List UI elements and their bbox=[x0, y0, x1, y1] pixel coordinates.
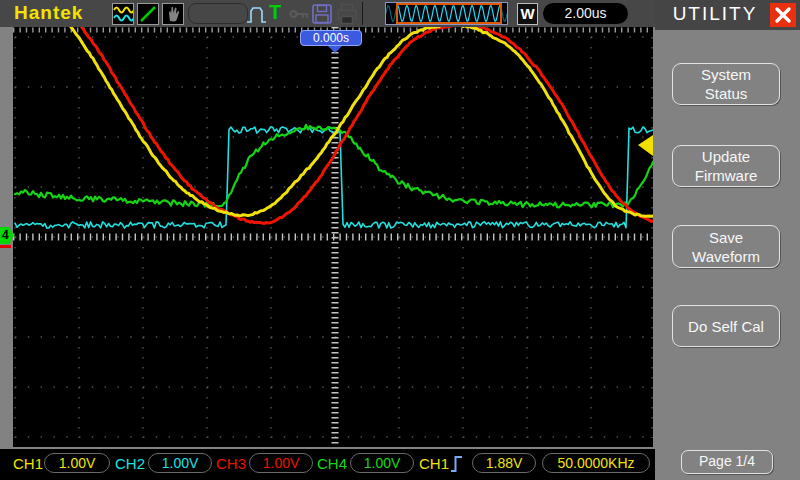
rising-edge-icon bbox=[450, 454, 463, 478]
slope-icon[interactable] bbox=[137, 3, 159, 25]
ch2-scale-readout[interactable]: 1.00V bbox=[148, 453, 212, 473]
trigger-position-badge[interactable]: 0.000s bbox=[300, 30, 362, 46]
hand-icon[interactable] bbox=[162, 3, 184, 25]
oscilloscope-screen: Hantek T bbox=[0, 0, 800, 480]
trigger-position-pointer-icon[interactable] bbox=[328, 46, 342, 53]
channels-icon[interactable] bbox=[112, 3, 134, 25]
update-firmware-button[interactable]: Update Firmware bbox=[672, 145, 780, 187]
channel4-marker[interactable]: 4 bbox=[0, 227, 14, 244]
trigger-t-icon: T bbox=[269, 1, 281, 24]
top-toolbar: Hantek T bbox=[0, 0, 655, 27]
ch4-label[interactable]: CH4 bbox=[317, 455, 347, 472]
menu-title: UTILITY bbox=[663, 3, 767, 25]
do-self-cal-button[interactable]: Do Self Cal bbox=[672, 305, 780, 347]
scope-area: 0.000s 4 bbox=[0, 27, 655, 449]
page-indicator-button[interactable]: Page 1/4 bbox=[681, 450, 773, 474]
close-button[interactable] bbox=[770, 3, 796, 27]
preview-window-icon[interactable] bbox=[396, 3, 502, 24]
ch2-label[interactable]: CH2 bbox=[115, 455, 145, 472]
waveform-display bbox=[13, 27, 653, 447]
trigger-source-label: CH1 bbox=[419, 455, 449, 472]
close-icon bbox=[770, 3, 796, 27]
waveform-svg bbox=[13, 27, 653, 447]
ch1-label[interactable]: CH1 bbox=[13, 455, 43, 472]
ch3-scale-readout[interactable]: 1.00V bbox=[249, 453, 313, 473]
empty-readout-slot bbox=[188, 3, 248, 24]
key-icon bbox=[288, 3, 310, 25]
ch4-scale-readout[interactable]: 1.00V bbox=[350, 453, 414, 473]
status-bar: CH1 1.00V CH2 1.00V CH3 1.00V CH4 1.00V … bbox=[0, 449, 655, 480]
print-icon bbox=[336, 3, 358, 25]
ch3-label[interactable]: CH3 bbox=[216, 455, 246, 472]
save-icon[interactable] bbox=[311, 3, 333, 25]
menu-header: UTILITY bbox=[655, 0, 800, 30]
brand-logo: Hantek bbox=[14, 2, 83, 24]
window-mode-icon: W bbox=[517, 3, 538, 25]
toolbar-divider bbox=[362, 2, 363, 25]
trigger-level-readout[interactable]: 1.88V bbox=[472, 453, 536, 473]
ch1-scale-readout[interactable]: 1.00V bbox=[44, 453, 110, 473]
channel3-marker[interactable] bbox=[0, 245, 11, 248]
waveform-preview[interactable] bbox=[385, 2, 508, 25]
pulse-icon bbox=[246, 3, 268, 25]
timebase-readout[interactable]: 2.00us bbox=[543, 3, 628, 24]
preview-dim-left bbox=[386, 3, 396, 24]
trigger-frequency-readout: 50.0000KHz bbox=[542, 453, 650, 473]
menu-sidebar: UTILITY System Status Update Firmware Sa… bbox=[655, 0, 800, 480]
system-status-button[interactable]: System Status bbox=[672, 63, 780, 105]
save-waveform-button[interactable]: Save Waveform bbox=[672, 225, 780, 268]
